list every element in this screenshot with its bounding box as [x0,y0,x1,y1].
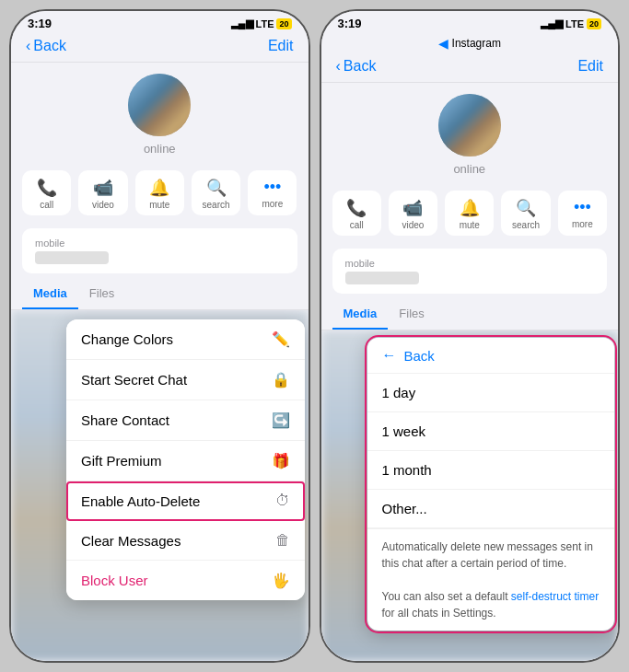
left-status-icons: ▂▄▆ LTE 20 [231,17,292,29]
menu-block-user[interactable]: Block User 🖐 [66,561,305,600]
right-media-tabs: Media Files [321,299,619,330]
search-icon: 🔍 [206,178,227,198]
gift-premium-icon: 🎁 [272,452,290,469]
more-icon: ••• [263,178,281,197]
change-colors-icon: ✏️ [272,330,290,348]
right-edit-button[interactable]: Edit [577,58,603,75]
mute-label: mute [149,200,169,210]
right-mute-icon: 🔔 [460,198,480,218]
right-tab-files[interactable]: Files [388,299,435,330]
phones-container: 3:19 ▂▄▆ LTE 20 ‹ Back Edit online 📞 cal… [0,0,629,672]
gift-premium-label: Gift Premium [81,453,162,469]
submenu-desc1: Automatically delete new messages sent i… [382,540,593,570]
submenu-other[interactable]: Other... [367,490,615,528]
left-contact-info: mobile [22,228,297,273]
instagram-back-arrow: ◀ [438,36,448,51]
left-time: 3:19 [28,17,52,30]
left-tab-files[interactable]: Files [78,279,125,309]
option-1month-label: 1 month [382,462,432,478]
left-nav-bar: ‹ Back Edit [11,34,309,63]
submenu-description: Automatically delete new messages sent i… [367,528,615,631]
block-user-label: Block User [81,573,148,588]
right-video-button[interactable]: 📹 video [389,191,437,236]
context-menu: Change Colors ✏️ Start Secret Chat 🔒 Sha… [66,319,305,600]
more-button[interactable]: ••• more [248,170,297,215]
secret-chat-label: Start Secret Chat [81,372,187,388]
right-search-icon: 🔍 [516,198,536,218]
mute-icon: 🔔 [149,178,169,198]
right-phone: 3:19 ▂▄▆ LTE 20 ◀ Instagram ‹ Back Edit … [320,9,621,663]
right-contact-value [345,272,419,284]
left-back-button[interactable]: ‹ Back [26,38,66,54]
auto-delete-submenu: ← Back 1 day 1 week 1 month Other... Aut… [367,338,615,631]
left-profile-section: online [11,63,309,163]
right-profile-section: online [321,83,619,183]
menu-change-colors[interactable]: Change Colors ✏️ [66,319,305,360]
left-action-buttons: 📞 call 📹 video 🔔 mute 🔍 search ••• more [11,163,309,223]
left-contact-value [35,251,109,264]
right-call-button[interactable]: 📞 call [332,191,381,236]
block-user-icon: 🖐 [272,572,290,589]
right-avatar [438,94,501,156]
signal-icon: ▂▄▆ [231,17,253,29]
more-label: more [262,199,283,209]
right-status-bar: 3:19 ▂▄▆ LTE 20 [321,11,619,34]
clear-messages-icon: 🗑 [275,532,290,549]
instagram-label: Instagram [452,37,501,50]
mute-button[interactable]: 🔔 mute [135,170,184,215]
left-phone: 3:19 ▂▄▆ LTE 20 ‹ Back Edit online 📞 cal… [9,9,310,663]
submenu-1day[interactable]: 1 day [367,374,615,412]
right-mute-label: mute [460,220,480,230]
right-contact-label: mobile [345,258,595,269]
menu-clear-messages[interactable]: Clear Messages 🗑 [66,521,305,561]
submenu-back-arrow: ← [382,347,397,364]
right-video-label: video [402,220,424,230]
share-contact-icon: ↪️ [272,411,290,429]
clear-messages-label: Clear Messages [81,533,181,549]
submenu-back-label: Back [404,348,435,364]
right-tab-media[interactable]: Media [332,299,389,330]
menu-share-contact[interactable]: Share Contact ↪️ [66,400,305,441]
left-content-area: Change Colors ✏️ Start Secret Chat 🔒 Sha… [11,310,309,661]
submenu-desc2: You can also set a default self-destruct… [382,590,600,620]
right-nav-bar: ‹ Back Edit [321,54,619,83]
option-1day-label: 1 day [382,385,416,400]
call-button[interactable]: 📞 call [22,170,71,215]
submenu-1month[interactable]: 1 month [367,451,615,490]
submenu-header[interactable]: ← Back [367,338,615,374]
right-search-button[interactable]: 🔍 search [501,191,550,236]
right-call-icon: 📞 [346,198,367,218]
right-more-icon: ••• [574,198,591,217]
self-destruct-link[interactable]: self-destruct timer [511,590,599,603]
battery-badge: 20 [276,18,291,29]
video-label: video [92,200,114,210]
right-status-icons: ▂▄▆ LTE 20 [541,17,601,29]
left-status-bar: 3:19 ▂▄▆ LTE 20 [11,11,309,34]
instagram-bar: ◀ Instagram [321,34,619,54]
video-button[interactable]: 📹 video [78,170,127,215]
submenu-1week[interactable]: 1 week [367,412,615,451]
right-status-text: online [453,162,485,176]
right-search-label: search [512,220,540,230]
share-contact-label: Share Contact [81,412,169,428]
option-1week-label: 1 week [382,423,426,439]
search-label: search [203,200,230,210]
right-network-label: LTE [565,18,584,29]
call-icon: 📞 [37,178,57,198]
change-colors-label: Change Colors [81,331,173,347]
menu-gift-premium[interactable]: Gift Premium 🎁 [66,441,305,481]
right-more-button[interactable]: ••• more [558,191,607,236]
search-button[interactable]: 🔍 search [192,170,240,215]
menu-secret-chat[interactable]: Start Secret Chat 🔒 [66,360,305,400]
left-avatar [128,74,191,136]
right-signal-icon: ▂▄▆ [541,17,563,29]
right-mute-button[interactable]: 🔔 mute [445,191,494,236]
left-contact-label: mobile [35,238,285,249]
right-content-area: ← Back 1 day 1 week 1 month Other... Aut… [321,330,619,661]
left-edit-button[interactable]: Edit [268,38,294,54]
right-battery-badge: 20 [587,18,601,29]
right-back-button[interactable]: ‹ Back [336,58,377,75]
enable-auto-delete-label: Enable Auto-Delete [81,493,200,509]
left-tab-media[interactable]: Media [22,279,78,309]
menu-enable-auto-delete[interactable]: Enable Auto-Delete ⏱ [66,481,305,521]
